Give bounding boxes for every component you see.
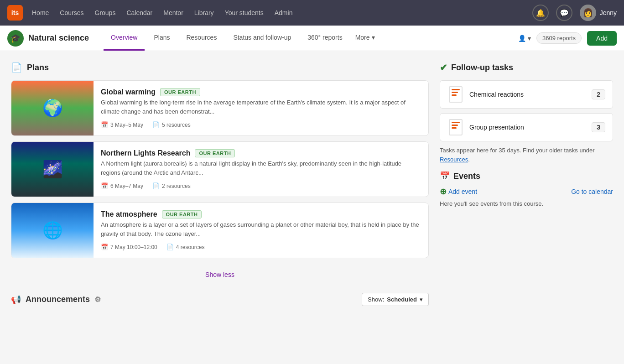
announcements-title: 📢 Announcements ⚙	[11, 295, 101, 305]
plan-image-global-warming: 🌍	[11, 81, 94, 135]
plan-title-northern-lights: Northern Lights Research OUR EARTH	[101, 149, 421, 157]
events-actions: ⊕ Add event Go to calendar	[440, 187, 613, 197]
events-header: 📅 Events	[440, 171, 613, 181]
tab-plans[interactable]: Plans	[146, 26, 177, 51]
top-nav-links: Home Courses Groups Calendar Mentor Libr…	[32, 9, 532, 16]
go-to-calendar-link[interactable]: Go to calendar	[571, 188, 613, 195]
user-name: Jenny	[600, 9, 617, 16]
task-count-group-presentation: 3	[592, 122, 605, 132]
add-event-plus-icon: ⊕	[440, 187, 447, 197]
sub-nav-right: 👤 ▾ 3609 reports Add	[518, 31, 617, 46]
calendar-icon-1: 📅	[101, 121, 108, 128]
task-doc-icon-1	[447, 86, 464, 103]
top-nav-right: 🔔 💬 👩 Jenny	[532, 5, 617, 21]
task-card-chemical-reactions[interactable]: Chemical reactions 2	[440, 80, 613, 109]
plan-image-northern-lights: 🌌	[11, 142, 94, 197]
task-name-chemical-reactions: Chemical reactions	[469, 91, 586, 98]
tab-overview[interactable]: Overview	[104, 26, 145, 51]
resources-icon-1: 📄	[152, 121, 160, 128]
user-icon: 👤	[518, 35, 526, 42]
tag-our-earth-1: OUR EARTH	[160, 88, 200, 96]
sub-nav-tabs: Overview Plans Resources Status and foll…	[104, 26, 518, 51]
plan-desc-atmosphere: An atmosphere is a layer or a set of lay…	[101, 220, 421, 238]
plan-dates-1: 3 May–5 May	[110, 122, 143, 128]
plan-resources-2: 2 resources	[162, 183, 191, 189]
tab-more[interactable]: More ▾	[352, 26, 379, 51]
show-value: Scheduled	[387, 296, 417, 303]
plan-title-atmosphere: The atmosphere OUR EARTH	[101, 210, 421, 218]
tab-360-reports[interactable]: 360° reports	[300, 26, 349, 51]
nav-courses[interactable]: Courses	[60, 9, 83, 16]
nav-calendar[interactable]: Calendar	[126, 9, 152, 16]
course-title: Natural science	[28, 33, 89, 43]
megaphone-icon: 📢	[11, 295, 21, 305]
plans-title: Plans	[27, 63, 49, 73]
course-icon: 🎓	[7, 30, 24, 47]
plan-desc-northern-lights: A Northern light (aurora borealis) is a …	[101, 159, 421, 177]
nav-home[interactable]: Home	[32, 9, 49, 16]
nav-groups[interactable]: Groups	[95, 9, 116, 16]
plan-title-global-warming: Global warming OUR EARTH	[101, 88, 421, 96]
plan-meta-northern-lights: 📅 6 May–7 May 📄 2 resources	[101, 182, 421, 189]
plan-meta-global-warming: 📅 3 May–5 May 📄 5 resources	[101, 121, 421, 128]
calendar-icon-2: 📅	[101, 182, 108, 189]
events-title: Events	[453, 172, 480, 181]
add-event-label: Add event	[448, 188, 477, 195]
plan-meta-atmosphere: 📅 7 May 10:00–12:00 📄 4 resources	[101, 244, 421, 250]
follow-up-header: ✔ Follow-up tasks	[440, 62, 613, 73]
plan-desc-global-warming: Global warming is the long-term rise in …	[101, 98, 421, 116]
follow-up-title: Follow-up tasks	[451, 63, 513, 73]
plan-dates-2: 6 May–7 May	[110, 183, 143, 189]
resources-link[interactable]: Resources	[440, 156, 468, 163]
plan-body-global-warming: Global warming OUR EARTH Global warming …	[94, 81, 428, 135]
resources-icon-2: 📄	[152, 182, 160, 189]
logo[interactable]: its	[7, 5, 23, 21]
plans-icon: 📄	[11, 62, 22, 73]
task-count-chemical-reactions: 2	[592, 89, 605, 99]
nav-your-students[interactable]: Your students	[225, 9, 264, 16]
task-note: Tasks appear here for 35 days. Find your…	[440, 146, 613, 164]
show-dropdown[interactable]: Show: Scheduled ▾	[362, 293, 429, 306]
gear-icon[interactable]: ⚙	[94, 295, 101, 304]
course-info: 🎓 Natural science	[7, 30, 89, 47]
top-navigation: its Home Courses Groups Calendar Mentor …	[0, 0, 624, 26]
plan-resources-3: 4 resources	[176, 244, 205, 250]
plan-resources-1: 5 resources	[162, 122, 191, 128]
plan-card-northern-lights[interactable]: 🌌 Northern Lights Research OUR EARTH A N…	[11, 141, 429, 197]
tab-resources[interactable]: Resources	[179, 26, 224, 51]
nav-admin[interactable]: Admin	[275, 9, 293, 16]
avatar: 👩	[580, 5, 596, 21]
messages-button[interactable]: 💬	[556, 5, 572, 21]
chevron-down-icon: ▾	[528, 35, 531, 42]
plan-body-northern-lights: Northern Lights Research OUR EARTH A Nor…	[94, 142, 428, 197]
sub-navigation: 🎓 Natural science Overview Plans Resourc…	[0, 26, 624, 51]
plans-header: 📄 Plans	[11, 62, 429, 73]
user-selector[interactable]: 👤 ▾	[518, 35, 531, 42]
notifications-button[interactable]: 🔔	[532, 5, 549, 21]
plan-card-global-warming[interactable]: 🌍 Global warming OUR EARTH Global warmin…	[11, 80, 429, 136]
task-name-group-presentation: Group presentation	[469, 124, 586, 131]
nav-library[interactable]: Library	[194, 9, 214, 16]
task-card-group-presentation[interactable]: Group presentation 3	[440, 113, 613, 141]
plan-body-atmosphere: The atmosphere OUR EARTH An atmosphere i…	[94, 203, 428, 258]
user-menu[interactable]: 👩 Jenny	[580, 5, 617, 21]
announcements-header: 📢 Announcements ⚙ Show: Scheduled ▾	[11, 293, 429, 306]
events-empty-message: Here you'll see events from this course.	[440, 200, 613, 207]
plan-card-atmosphere[interactable]: 🌐 The atmosphere OUR EARTH An atmosphere…	[11, 203, 429, 258]
main-content: 📄 Plans 🌍 Global warming OUR EARTH Globa…	[0, 51, 624, 322]
chevron-down-icon: ▾	[372, 34, 375, 41]
show-label: Show:	[368, 296, 384, 303]
calendar-icon-3: 📅	[101, 244, 108, 250]
add-button[interactable]: Add	[587, 31, 617, 46]
add-event-link[interactable]: ⊕ Add event	[440, 187, 477, 197]
show-less-button[interactable]: Show less	[11, 264, 429, 286]
tab-status-followup[interactable]: Status and follow-up	[226, 26, 298, 51]
plan-dates-3: 7 May 10:00–12:00	[110, 244, 157, 250]
reports-badge[interactable]: 3609 reports	[536, 32, 582, 44]
tag-our-earth-2: OUR EARTH	[195, 149, 235, 157]
left-panel: 📄 Plans 🌍 Global warming OUR EARTH Globa…	[11, 62, 429, 312]
nav-mentor[interactable]: Mentor	[163, 9, 183, 16]
chevron-down-icon: ▾	[420, 296, 423, 303]
plan-image-atmosphere: 🌐	[11, 203, 94, 258]
right-panel: ✔ Follow-up tasks Chemical reactions 2	[440, 62, 613, 312]
